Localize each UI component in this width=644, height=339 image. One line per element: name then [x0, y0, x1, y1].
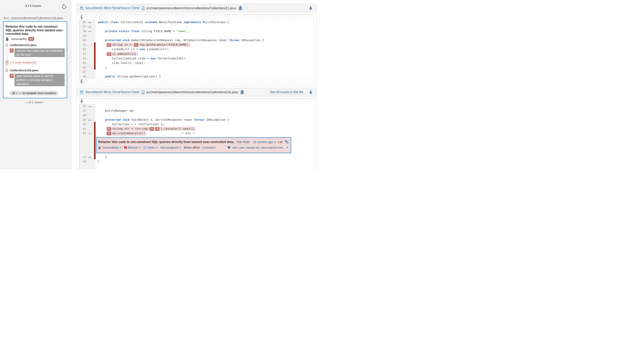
- location-index-badge[interactable]: 5: [155, 127, 160, 131]
- keyword: new: [150, 57, 156, 60]
- code-text: 2String s1 = 1req.getParameter(FIELD_NAM…: [96, 42, 190, 47]
- code-line-44: 44}: [79, 159, 314, 164]
- inline-issue-box[interactable]: Refactor this code to not construct SQL …: [96, 137, 292, 153]
- issue-type-dropdown[interactable]: Vulnerability: [98, 146, 122, 149]
- issue-severity-dropdown[interactable]: Blocker: [124, 146, 141, 149]
- line-number[interactable]: 41: [79, 126, 87, 131]
- more-locations-link[interactable]: + 5 more location(s): [5, 60, 67, 65]
- location-index-badge[interactable]: 1: [134, 43, 138, 47]
- scm-empty: [87, 38, 93, 42]
- line-number[interactable]: 37: [79, 24, 87, 29]
- line-number[interactable]: 42: [79, 131, 87, 135]
- issue-title[interactable]: Refactor this code to not construct SQL …: [6, 25, 65, 36]
- location-index-badge[interactable]: 6: [107, 127, 112, 131]
- string-literal: "name": [176, 29, 187, 33]
- scm-ellipsis[interactable]: …: [87, 104, 93, 108]
- project-link[interactable]: Securibench Micro SonarSource Clone: [85, 6, 140, 10]
- issue-meta: Vulnerability +7: [6, 37, 65, 41]
- gutter: 38: [79, 113, 96, 117]
- line-number[interactable]: 42: [79, 47, 87, 51]
- scm-ellipsis[interactable]: …: [87, 20, 93, 24]
- line-number[interactable]: 44: [79, 56, 87, 60]
- issue-age-dropdown[interactable]: 10 months ago: [253, 140, 273, 144]
- line-number[interactable]: 43: [79, 155, 87, 159]
- flow-location: 1source: this value can be controlled by…: [10, 48, 65, 57]
- code-text: [96, 104, 98, 108]
- keyword: new: [140, 47, 145, 51]
- line-number[interactable]: 38: [79, 113, 87, 117]
- flow-file-name: Collections11b.java: [10, 69, 38, 72]
- scm-empty: [87, 33, 93, 38]
- panel1-body: 36…public class Collections11 extends Ba…: [77, 12, 316, 86]
- extra-locations-badge[interactable]: +7: [28, 37, 34, 41]
- see-all-issues-link[interactable]: See all issues in this file: [270, 90, 303, 94]
- expand-panel-icon[interactable]: [310, 90, 312, 94]
- scm-ellipsis[interactable]: …: [87, 29, 93, 33]
- scm-empty: [87, 69, 93, 74]
- location-index-badge[interactable]: 7: [10, 74, 14, 78]
- code-line-42: 42 LinkedList c1 = new LinkedList();: [79, 47, 314, 51]
- copy-path-icon[interactable]: [239, 6, 242, 10]
- location-index-badge[interactable]: 7: [107, 131, 112, 135]
- gutter: 36…: [79, 104, 96, 108]
- source-panel-collections11: Securibench Micro SonarSource Clone src/…: [76, 4, 316, 86]
- line-number[interactable]: 39: [79, 117, 87, 122]
- scm-ellipsis[interactable]: …: [87, 117, 93, 122]
- code-text: Collection c = (Collection) o;: [96, 122, 164, 126]
- line-number[interactable]: 45: [79, 60, 87, 65]
- issue-assignee-dropdown[interactable]: Not assigned: [160, 146, 181, 149]
- line-number[interactable]: 36: [79, 20, 87, 24]
- expand-below-icon[interactable]: [80, 79, 83, 83]
- line-number[interactable]: 37: [79, 108, 87, 113]
- comment-link[interactable]: Comment: [202, 146, 215, 149]
- location-message[interactable]: sink: tainted value is used to perform a…: [14, 74, 65, 86]
- scm-ellipsis[interactable]: …: [87, 131, 93, 135]
- line-number[interactable]: 41: [79, 42, 87, 47]
- location-index-badge[interactable]: 3: [107, 52, 112, 56]
- reload-icon[interactable]: [62, 4, 66, 9]
- gutter: 39…: [79, 117, 96, 122]
- code-line-42: 42… 7em.createQuery(str); /* BAD */: [79, 131, 314, 135]
- line-number[interactable]: 43: [79, 51, 87, 56]
- flow-file: Collections11.java: [5, 43, 67, 47]
- issue-type-label: Vulnerability: [11, 37, 27, 40]
- expand-panel-icon[interactable]: [310, 6, 312, 10]
- issue-status-dropdown[interactable]: Open: [144, 146, 158, 149]
- gutter: 44: [79, 159, 96, 164]
- copy-path-icon[interactable]: [240, 90, 244, 94]
- line-number[interactable]: 48: [79, 74, 87, 79]
- scm-ellipsis[interactable]: …: [87, 24, 93, 29]
- more-locations-label[interactable]: + 5 more location(s): [10, 61, 36, 65]
- gutter-bar: [94, 24, 96, 29]
- issue-tags-dropdown[interactable]: cert, cwe, owasp-a1, sans-top25-inse…: [227, 146, 288, 149]
- see-rule-link[interactable]: See Rule: [237, 140, 250, 144]
- issue-location-bar: [94, 42, 96, 47]
- code-line-36: 36…public class Collections11 extends Ba…: [79, 20, 314, 24]
- line-number[interactable]: 44: [79, 159, 87, 164]
- expand-above-icon[interactable]: [80, 15, 83, 19]
- keyword: public: [98, 20, 108, 24]
- location-message[interactable]: source: this value can be controlled by …: [14, 48, 65, 57]
- code-line-40: 40 protected void doGet(HttpServletReque…: [79, 38, 314, 42]
- project-link[interactable]: Securibench Micro SonarSource Clone: [85, 90, 140, 94]
- source-panel-collections11b: Securibench Micro SonarSource Clone src/…: [76, 88, 316, 169]
- code-line-44: 44 Collections11b c11b = new Collections…: [79, 56, 314, 60]
- permalink-icon[interactable]: [285, 140, 288, 144]
- line-number[interactable]: 40: [79, 38, 87, 42]
- line-number[interactable]: 38: [79, 29, 87, 33]
- line-number[interactable]: 47: [79, 69, 87, 74]
- scm-ellipsis[interactable]: …: [87, 155, 93, 159]
- code-line-39: 39: [79, 33, 314, 38]
- location-index-badge[interactable]: 1: [10, 48, 14, 53]
- issue-card[interactable]: Refactor this code to not construct SQL …: [3, 21, 67, 98]
- line-number[interactable]: 39: [79, 33, 87, 38]
- gutter: 38…: [79, 29, 96, 33]
- line-number[interactable]: 40: [79, 122, 87, 126]
- code-text: Collections11b c11b = new Collections11b…: [96, 56, 187, 60]
- line-number[interactable]: 36: [79, 104, 87, 108]
- location-index-badge[interactable]: 4: [150, 127, 154, 131]
- expand-above-icon[interactable]: [80, 99, 83, 103]
- location-index-badge[interactable]: 2: [107, 43, 112, 47]
- tags-icon: [227, 146, 231, 149]
- line-number[interactable]: 46: [79, 65, 87, 69]
